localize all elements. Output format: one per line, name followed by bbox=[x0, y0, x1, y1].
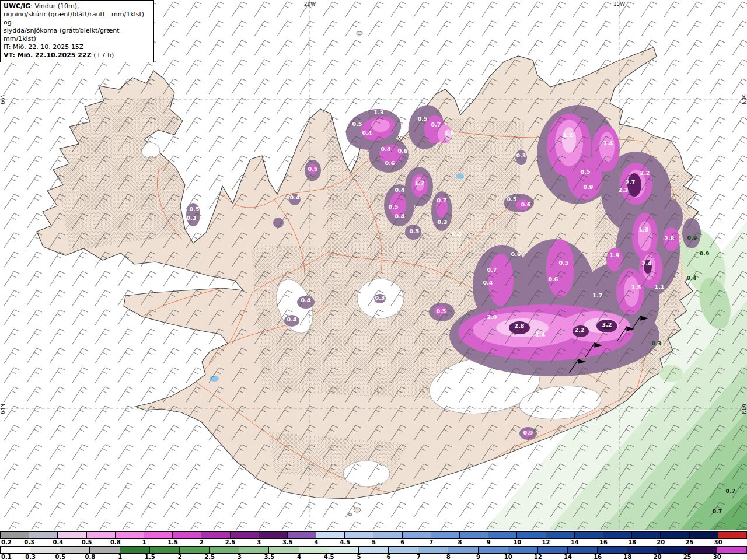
scale-cell: 2.5 bbox=[230, 532, 259, 538]
precip-value-label: 1.9 bbox=[445, 130, 455, 136]
scale-cell: 1.5 bbox=[172, 532, 201, 538]
scale-swatch bbox=[299, 547, 329, 553]
scale-label: 8 bbox=[458, 539, 462, 545]
scale-cell: 9 bbox=[478, 547, 508, 553]
scale-cell: 0.5 bbox=[60, 547, 89, 553]
scale-swatch bbox=[269, 547, 298, 553]
scale-swatch bbox=[603, 532, 631, 538]
precip-value-label: 2.8 bbox=[515, 323, 525, 329]
scale-label: 1 bbox=[142, 539, 146, 545]
scale-label: 1.5 bbox=[167, 539, 178, 545]
product-name: UWC/IG bbox=[4, 2, 30, 10]
precip-value-label: 0.4 bbox=[395, 213, 405, 219]
precip-value-label: 0.5 bbox=[437, 308, 446, 314]
scale-label: 0.8 bbox=[110, 539, 121, 545]
scale-label: 0.4 bbox=[53, 539, 64, 545]
precip-value-label: 0.5 bbox=[190, 206, 200, 212]
snow-scale-bar: 0.10.30.50.811.522.533.544.5567891012141… bbox=[0, 546, 747, 554]
precip-value-label: 0.5 bbox=[559, 260, 569, 266]
scale-cell: 8 bbox=[459, 532, 488, 538]
precip-value-label: 1.7 bbox=[415, 180, 425, 186]
scale-cell: 3 bbox=[259, 532, 287, 538]
precip-value-label: 1.3 bbox=[374, 109, 384, 116]
scale-cell: 3 bbox=[239, 547, 268, 553]
valid-time-offset: (+7 h) bbox=[92, 51, 114, 59]
scale-label: 25 bbox=[683, 554, 692, 560]
precip-value-label: 0.5 bbox=[389, 204, 399, 210]
scale-label: 12 bbox=[534, 554, 542, 560]
precip-value-label: 0.6 bbox=[385, 160, 395, 166]
scale-swatch bbox=[150, 547, 179, 553]
scale-label: 14 bbox=[564, 554, 572, 560]
precip-value-label: 0.4 bbox=[287, 316, 297, 323]
scale-cell: 0.3 bbox=[30, 547, 60, 553]
precip-value-label: 0.4 bbox=[301, 297, 311, 303]
scale-cell: 2 bbox=[179, 547, 209, 553]
precip-value-label: 3.2 bbox=[602, 321, 612, 328]
precip-value-label: 0.5 bbox=[581, 169, 591, 175]
precip-value-label: 0.6 bbox=[549, 276, 558, 282]
scale-label: 30 bbox=[713, 554, 721, 560]
scale-swatch bbox=[345, 532, 373, 538]
scale-swatch bbox=[116, 532, 144, 538]
lat-label-64n-left: 64N bbox=[0, 404, 6, 414]
precip-value-label: 0.5 bbox=[352, 121, 362, 127]
precip-value-label: 0.4 bbox=[290, 194, 300, 201]
scale-cell: 18 bbox=[631, 532, 660, 538]
scale-cell: 2 bbox=[201, 532, 229, 538]
precip-value-label: 0.7 bbox=[431, 121, 441, 128]
scale-cell: 16 bbox=[597, 547, 627, 553]
precip-value-label: 2.2 bbox=[640, 170, 650, 176]
precip-value-label: 0.3 bbox=[652, 340, 662, 346]
wind-barb-field bbox=[0, 0, 747, 530]
weather-map: 20W 15W 66N 66N 64N 64N 0.50.41.30.40.60… bbox=[0, 0, 747, 530]
scale-cell: 7 bbox=[431, 532, 459, 538]
scale-cell: 30 bbox=[718, 532, 746, 538]
scale-label: 2.5 bbox=[225, 539, 236, 545]
scale-label: 7 bbox=[429, 539, 433, 545]
precip-value-label: 0.9 bbox=[687, 235, 697, 241]
scale-label: 3 bbox=[238, 554, 242, 560]
scale-swatch bbox=[418, 547, 448, 553]
scale-label: 1 bbox=[118, 554, 122, 560]
precip-value-label: 0.6 bbox=[521, 201, 531, 208]
scale-cell: 3.5 bbox=[287, 532, 316, 538]
scale-label: 5 bbox=[357, 554, 361, 560]
scale-swatch bbox=[1, 532, 29, 538]
scale-cell: 1 bbox=[144, 532, 172, 538]
scale-cell: 0.8 bbox=[115, 532, 144, 538]
scale-swatch bbox=[687, 547, 717, 553]
scale-swatch bbox=[374, 532, 402, 538]
lon-label-20w: 20W bbox=[304, 1, 316, 7]
precip-value-label: 2.7 bbox=[626, 179, 636, 186]
scale-swatch bbox=[431, 532, 459, 538]
rain-scale-bar: 0.20.30.40.50.811.522.533.544.5567891012… bbox=[0, 531, 747, 539]
init-time: IT: Mið. 22. 10. 2025 15Z bbox=[4, 43, 151, 51]
precip-value-label: 1.2 bbox=[563, 132, 573, 138]
scale-swatch bbox=[288, 532, 316, 538]
precip-value-label: 1.5 bbox=[631, 284, 641, 290]
scale-cell: 1 bbox=[120, 547, 149, 553]
scale-swatch bbox=[517, 532, 545, 538]
precip-value-label: 1.4 bbox=[603, 140, 613, 146]
precip-value-label: 0.3 bbox=[438, 219, 448, 225]
scale-swatch bbox=[508, 547, 537, 553]
scale-swatch bbox=[60, 547, 89, 553]
scale-label: 30 bbox=[714, 539, 722, 545]
precip-value-label: 0.3 bbox=[375, 295, 385, 301]
precip-value-label: 1.3 bbox=[639, 226, 649, 233]
scale-label: 12 bbox=[542, 539, 550, 545]
scale-cell: 5 bbox=[373, 532, 402, 538]
scale-swatch bbox=[568, 547, 597, 553]
scale-label: 16 bbox=[594, 554, 602, 560]
scale-swatch bbox=[479, 547, 508, 553]
scale-label: 7 bbox=[417, 554, 421, 560]
lat-label-64n-right: 64N bbox=[741, 404, 747, 414]
scale-cell: 10 bbox=[516, 532, 545, 538]
scale-swatch bbox=[329, 547, 358, 553]
precip-value-label: 0.9 bbox=[584, 184, 594, 190]
scale-swatch bbox=[180, 547, 209, 553]
precip-value-label: 0.6 bbox=[511, 251, 521, 257]
title-line-1: UWC/IG: Vindur (10m), bbox=[4, 2, 151, 10]
scale-cell: 20 bbox=[657, 547, 686, 553]
